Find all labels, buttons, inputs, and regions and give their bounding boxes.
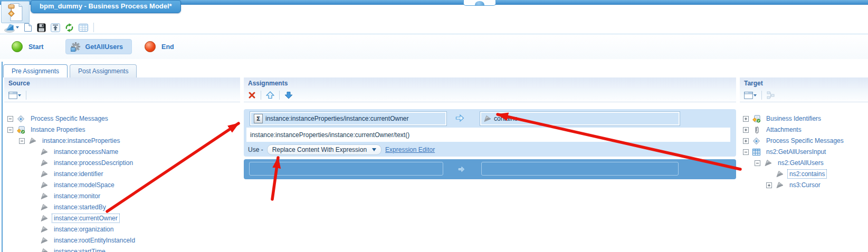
tree-item-instance-organization[interactable]: instance:organization	[4, 224, 240, 235]
tree-expander[interactable]	[7, 127, 13, 133]
bpm-mapper-window: bpm_dummy - Business Process Model*	[0, 0, 868, 252]
assignment-source-field[interactable]: Σ instance:instanceProperties/instance:c…	[250, 112, 446, 125]
toolbar-separator	[279, 91, 280, 100]
assignments-panel-title: Assignments	[248, 80, 288, 87]
toolbar-dropdown-caret-icon[interactable]	[16, 26, 19, 28]
dropdown-caret-icon[interactable]	[753, 94, 757, 96]
tab-post-assignments[interactable]: Post Assignments	[70, 64, 137, 77]
collapse-panel-handle[interactable]	[463, 0, 496, 6]
tree-item-process-specific-messages[interactable]: Process Specific Messages	[4, 113, 240, 124]
toolbar-separator	[261, 91, 261, 100]
tree-item-ns2-getallusers[interactable]: ns2:GetAllUsers	[740, 158, 868, 168]
end-event-icon[interactable]	[145, 41, 156, 52]
expression-sigma-icon: Σ	[254, 114, 263, 123]
move-up-button[interactable]	[265, 90, 275, 101]
service-task-getallusers[interactable]: GetAllUsers	[65, 39, 132, 54]
tree-item-instance-starttime[interactable]: instance:startTime	[4, 246, 240, 252]
move-down-button[interactable]	[284, 90, 293, 101]
tree-expander[interactable]	[19, 138, 25, 144]
delete-x-icon	[248, 91, 256, 99]
message-diamond-icon	[16, 114, 25, 123]
element-icon	[764, 159, 772, 167]
assignment-mode-dropdown[interactable]: Replace Content With Expression	[267, 144, 381, 155]
empty-target-field[interactable]	[481, 162, 679, 176]
element-icon	[40, 192, 49, 200]
start-event-icon[interactable]	[12, 41, 23, 52]
assignment-target-field[interactable]: contains	[480, 112, 680, 125]
tree-item-process-specific-messages[interactable]: Process Specific Messages	[740, 135, 868, 146]
tree-item-instance-monitor[interactable]: instance:monitor	[4, 191, 240, 201]
process-model-icon	[1, 1, 30, 23]
export-button[interactable]	[50, 22, 61, 33]
source-panel: Source Process Specific Messages	[4, 77, 240, 252]
source-panel-title: Source	[8, 80, 30, 87]
element-icon	[484, 115, 491, 122]
tree-expander[interactable]	[743, 149, 749, 155]
tree-item-instance-instanceproperties[interactable]: instance:instanceProperties	[4, 135, 240, 146]
tree-expander[interactable]	[7, 116, 13, 122]
tree-item-instance-modelspace[interactable]: instance:modelSpace	[4, 180, 240, 190]
tree-expander[interactable]	[766, 182, 772, 188]
grid-view-button[interactable]	[78, 22, 89, 33]
tree-item-instance-currentowner[interactable]: instance:currentOwner	[4, 213, 240, 224]
tree-expander[interactable]	[755, 160, 760, 166]
main-toolbar	[3, 21, 95, 34]
assignment-row-selected[interactable]: Σ instance:instanceProperties/instance:c…	[244, 109, 736, 157]
element-icon	[40, 203, 49, 211]
delete-assignment-button[interactable]	[247, 90, 256, 101]
flowchart-document-icon	[7, 3, 23, 22]
element-icon	[40, 214, 49, 222]
toolbar-separator	[26, 91, 26, 100]
tree-item-ns2-contains[interactable]: ns2:contains	[740, 169, 868, 179]
model-navigator-button[interactable]	[3, 22, 20, 33]
refresh-button[interactable]	[64, 22, 74, 33]
source-tree: Process Specific Messages Instance Prope…	[4, 102, 240, 252]
tree-item-instance-processdescription[interactable]: instance:processDescription	[4, 158, 240, 168]
tree-item-instance-properties[interactable]: Instance Properties	[4, 124, 240, 135]
empty-source-field[interactable]	[249, 162, 443, 176]
element-icon	[40, 225, 49, 234]
new-document-button[interactable]	[23, 22, 33, 33]
window-view-icon	[8, 92, 17, 99]
tree-expander[interactable]	[743, 127, 749, 133]
tree-item-business-identifiers[interactable]: Business Identifiers	[740, 113, 868, 124]
target-panel-title: Target	[744, 80, 763, 87]
target-view-button[interactable]	[743, 90, 757, 101]
assignment-controls: Use - Replace Content With Expression Ex…	[248, 144, 435, 156]
instance-properties-icon	[752, 114, 761, 123]
tree-expander[interactable]	[743, 138, 749, 144]
tree-item-instance-identifier[interactable]: instance:identifier	[4, 169, 240, 179]
element-icon	[40, 148, 49, 156]
end-step-label[interactable]: End	[161, 43, 174, 51]
expression-editor-link[interactable]: Expression Editor	[385, 146, 435, 153]
element-icon	[40, 247, 49, 252]
source-panel-header: Source	[4, 77, 240, 89]
mapping-arrow-icon	[458, 165, 465, 175]
tree-expander[interactable]	[743, 116, 749, 122]
tree-item-ns3-cursor[interactable]: ns3:Cursor	[740, 180, 868, 190]
element-icon	[775, 181, 784, 189]
assignments-panel-header: Assignments	[244, 77, 736, 89]
grid-view-icon	[79, 24, 88, 32]
target-tree: Business Identifiers Attachments Process…	[740, 102, 868, 190]
source-view-button[interactable]	[8, 90, 22, 101]
target-panel-toolbar	[740, 89, 868, 102]
expression-preview[interactable]: instance:instanceProperties/instance:cur…	[246, 128, 730, 142]
assignment-row-empty[interactable]	[244, 159, 736, 179]
tree-item-instance-rootentityinstanceid[interactable]: instance:rootEntityInstanceId	[4, 235, 240, 246]
start-step-label[interactable]: Start	[28, 43, 43, 51]
tree-item-instance-startedby[interactable]: instance:startedBy	[4, 202, 240, 212]
tree-item-attachments[interactable]: Attachments	[740, 124, 868, 135]
dropdown-caret-icon[interactable]	[18, 94, 21, 96]
save-button[interactable]	[36, 22, 46, 33]
tree-item-instance-processname[interactable]: instance:processName	[4, 147, 240, 157]
tree-item-ns2-getallusersinput[interactable]: ns2:GetAllUsersInput	[740, 147, 868, 157]
task-step-label: GetAllUsers	[85, 43, 123, 51]
tab-pre-assignments[interactable]: Pre Assignments	[3, 64, 68, 77]
toolbar-separator	[761, 91, 762, 100]
element-icon	[28, 137, 37, 145]
document-tab[interactable]: bpm_dummy - Business Process Model*	[31, 0, 181, 13]
element-icon	[775, 170, 784, 178]
assignment-target-element: contains	[494, 115, 518, 122]
assignment-source-expression: instance:instanceProperties/instance:cur…	[265, 115, 408, 122]
